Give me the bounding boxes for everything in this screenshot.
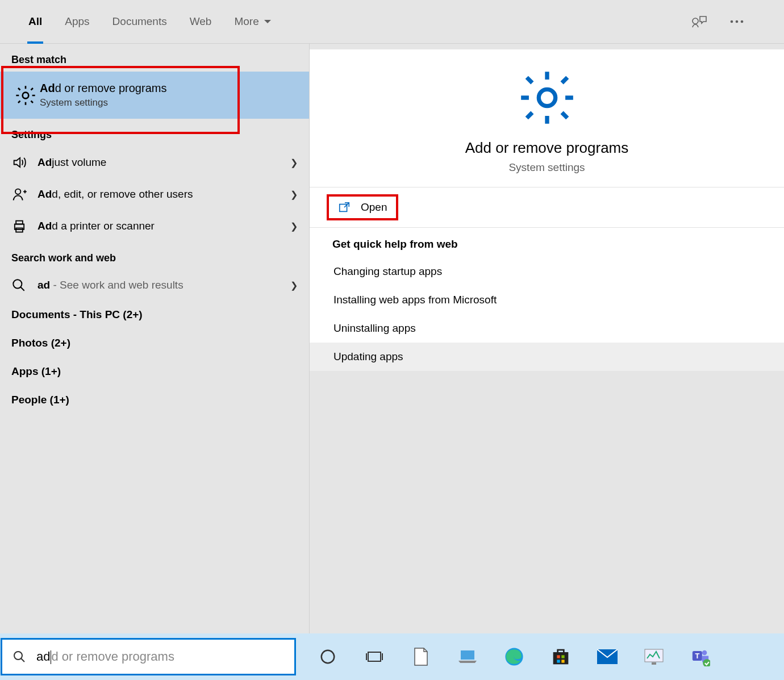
tab-web[interactable]: Web: [178, 0, 223, 43]
svg-rect-7: [16, 221, 23, 224]
result-text: ad - See work and web results: [37, 279, 290, 291]
best-match-title: Add or remove programs: [40, 82, 166, 95]
more-options-icon[interactable]: [729, 19, 744, 24]
results-panel: Best match Add or remove programs System…: [0, 44, 309, 633]
chevron-right-icon: ❯: [290, 280, 298, 291]
help-link-uninstall[interactable]: Uninstalling apps: [332, 314, 761, 343]
best-match-label: Best match: [0, 44, 309, 72]
svg-rect-8: [16, 228, 23, 232]
svg-rect-21: [557, 660, 560, 662]
tab-all[interactable]: All: [17, 0, 53, 43]
preview-title: Add or remove programs: [310, 139, 784, 157]
svg-text:T: T: [695, 652, 699, 660]
search-ghost-text: d or remove programs: [51, 649, 174, 664]
open-button[interactable]: Open: [328, 195, 397, 219]
feedback-icon[interactable]: [691, 14, 707, 29]
settings-result-volume[interactable]: Adjust volume ❯: [0, 147, 309, 178]
taskbar-app-document[interactable]: [410, 646, 432, 668]
svg-point-28: [702, 650, 707, 656]
task-view-icon[interactable]: [364, 646, 385, 668]
taskbar-app-store[interactable]: [550, 646, 572, 668]
volume-icon: [11, 155, 37, 170]
svg-point-12: [14, 652, 22, 660]
category-people[interactable]: People (1+): [0, 386, 309, 414]
result-text: Add a printer or scanner: [37, 220, 290, 232]
chevron-right-icon: ❯: [290, 221, 298, 232]
best-match-result[interactable]: Add or remove programs System settings: [0, 72, 309, 119]
category-apps[interactable]: Apps (1+): [0, 357, 309, 386]
chevron-down-icon: [264, 19, 272, 24]
svg-point-5: [15, 189, 20, 194]
printer-icon: [11, 218, 37, 234]
svg-point-2: [736, 20, 739, 23]
search-icon: [11, 278, 37, 293]
gear-icon: [11, 84, 40, 107]
category-photos[interactable]: Photos (2+): [0, 329, 309, 357]
search-web-label: Search work and web: [0, 242, 309, 270]
best-match-subtitle: System settings: [40, 97, 166, 109]
taskbar: add or remove programs T: [0, 633, 784, 680]
svg-rect-15: [461, 650, 474, 660]
svg-rect-22: [561, 660, 564, 662]
help-link-startup[interactable]: Changing startup apps: [332, 257, 761, 286]
gear-icon: [310, 66, 784, 129]
help-link-install[interactable]: Installing web apps from Microsoft: [332, 286, 761, 314]
result-text: Add, edit, or remove other users: [37, 188, 290, 201]
search-typed-text: ad: [36, 649, 51, 664]
open-icon: [338, 201, 351, 214]
result-text: Adjust volume: [37, 156, 290, 169]
search-icon: [12, 650, 26, 664]
tab-apps[interactable]: Apps: [53, 0, 101, 43]
svg-rect-20: [561, 655, 564, 658]
svg-rect-17: [553, 652, 569, 664]
settings-label: Settings: [0, 119, 309, 147]
svg-rect-14: [368, 652, 381, 661]
add-user-icon: [11, 186, 37, 202]
open-label: Open: [361, 201, 387, 214]
help-link-update[interactable]: Updating apps: [310, 343, 784, 371]
tab-more[interactable]: More: [223, 0, 282, 43]
svg-rect-18: [558, 650, 564, 653]
chevron-right-icon: ❯: [290, 189, 298, 200]
category-documents[interactable]: Documents - This PC (2+): [0, 301, 309, 329]
tab-more-label: More: [234, 15, 258, 28]
preview-panel: Add or remove programs System settings O…: [309, 44, 784, 633]
svg-point-3: [741, 20, 744, 23]
cortana-icon[interactable]: [317, 646, 339, 668]
svg-rect-25: [652, 662, 656, 665]
svg-point-13: [322, 650, 335, 664]
svg-point-4: [23, 92, 29, 98]
taskbar-app-mail[interactable]: [597, 646, 618, 668]
taskbar-search-input[interactable]: add or remove programs: [2, 640, 294, 674]
svg-point-0: [693, 18, 698, 24]
tab-documents[interactable]: Documents: [101, 0, 178, 43]
chevron-right-icon: ❯: [290, 157, 298, 168]
preview-header: Add or remove programs System settings: [310, 49, 784, 187]
settings-result-users[interactable]: Add, edit, or remove other users ❯: [0, 178, 309, 210]
quick-help-title: Get quick help from web: [332, 238, 761, 257]
web-result[interactable]: ad - See work and web results ❯: [0, 270, 309, 301]
preview-subtitle: System settings: [310, 161, 784, 174]
taskbar-app-edge[interactable]: [503, 646, 525, 668]
taskbar-app-monitor[interactable]: [643, 646, 665, 668]
search-scope-tabs: All Apps Documents Web More: [0, 0, 784, 44]
svg-point-1: [731, 20, 733, 23]
taskbar-app-laptop[interactable]: [457, 646, 478, 668]
svg-rect-19: [557, 655, 560, 658]
settings-result-printer[interactable]: Add a printer or scanner ❯: [0, 210, 309, 242]
svg-point-10: [539, 89, 555, 106]
taskbar-app-teams[interactable]: T: [690, 646, 711, 668]
svg-point-9: [13, 279, 22, 288]
